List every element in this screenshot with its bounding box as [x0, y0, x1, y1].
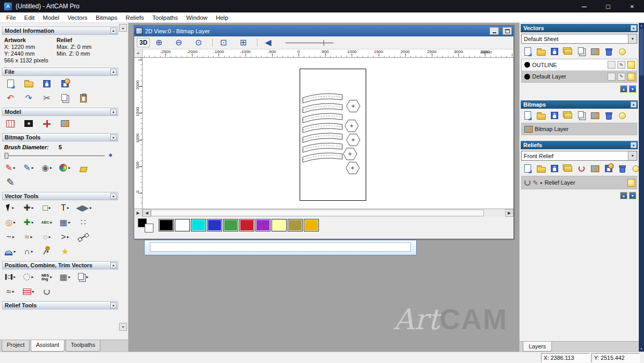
minimize-button[interactable]: ─	[572, 0, 596, 12]
view2d-maximize-button[interactable]	[503, 27, 512, 35]
bitmap-stack-icon[interactable]	[562, 110, 574, 121]
flyout-arrow-icon[interactable]: ▸	[14, 275, 16, 279]
close-button[interactable]: ×	[620, 0, 644, 12]
flyout-arrow-icon[interactable]: ▸	[49, 205, 51, 210]
palette-swatch[interactable]	[304, 219, 319, 231]
dropdown-arrow-icon[interactable]	[628, 151, 637, 160]
draw-pencil-icon[interactable]: ✎	[3, 176, 18, 189]
transform-vectors-icon[interactable]: ✚▸	[21, 201, 36, 215]
flyout-arrow-icon[interactable]: ▸	[14, 165, 16, 170]
merge-layers-icon[interactable]	[589, 46, 601, 57]
export-model-icon[interactable]	[58, 77, 72, 90]
save-vector-layer-icon[interactable]	[548, 46, 561, 57]
mesh-tool-icon[interactable]: ▦▸	[58, 216, 72, 229]
flyout-arrow-icon[interactable]: ▸	[67, 235, 69, 239]
background-window[interactable]	[144, 240, 417, 255]
flyout-arrow-icon[interactable]: ▸	[32, 220, 34, 225]
layer-visibility-icon[interactable]	[627, 73, 635, 81]
nesting-icon[interactable]: NES ting▸	[40, 270, 54, 284]
layer-merge-icon[interactable]	[608, 61, 615, 69]
tab-project[interactable]: Project	[2, 340, 30, 352]
move-layer-down-icon[interactable]	[629, 85, 636, 93]
section-position-combine-trim[interactable]: Position, Combine, Trim Vectors	[2, 261, 118, 269]
scrollbar-thumb[interactable]	[151, 210, 484, 216]
flyout-arrow-icon[interactable]: ▸	[50, 165, 52, 170]
section-file[interactable]: File	[2, 68, 118, 76]
bitmaps-header[interactable]: Bitmaps	[521, 100, 638, 109]
brush-diameter-slider[interactable]	[4, 152, 113, 160]
redo-icon[interactable]: ↷	[21, 92, 36, 105]
collapse-section-icon[interactable]	[110, 262, 117, 268]
layer-edit-icon[interactable]	[617, 73, 625, 81]
open-relief-icon[interactable]	[535, 163, 547, 174]
palette-swatch[interactable]	[207, 219, 222, 231]
merge-relief-icon[interactable]	[589, 163, 601, 174]
mirror-tool-icon[interactable]: ◀▶▸	[76, 201, 92, 215]
flyout-arrow-icon[interactable]: ▸	[14, 249, 16, 254]
reliefs-header[interactable]: Reliefs	[521, 141, 638, 149]
save-relief-icon[interactable]	[548, 163, 561, 174]
collapse-section-icon[interactable]	[110, 28, 117, 34]
undo-icon[interactable]: ↶	[3, 92, 18, 105]
flyout-arrow-icon[interactable]: ▸	[32, 289, 34, 294]
greyscale-image-icon[interactable]	[58, 117, 72, 131]
menu-edit[interactable]: Edit	[20, 14, 39, 22]
section-model-information[interactable]: Model Information	[2, 27, 118, 35]
model-lighting-icon[interactable]	[21, 117, 36, 131]
flyout-arrow-icon[interactable]: ▸	[12, 205, 14, 210]
open-vector-layer-icon[interactable]	[535, 46, 547, 57]
move-layer-up-icon[interactable]	[620, 85, 627, 93]
new-bitmap-layer-icon[interactable]	[521, 110, 534, 121]
scroll-up-icon[interactable]	[119, 24, 127, 32]
dome-tool-icon[interactable]: ▸	[3, 245, 18, 258]
collapse-section-icon[interactable]	[110, 134, 117, 140]
vectors-header[interactable]: Vectors	[521, 24, 638, 32]
flyout-arrow-icon[interactable]: ▸	[31, 275, 33, 279]
flood-fill-icon[interactable]	[76, 161, 91, 175]
menu-reliefs[interactable]: Reliefs	[122, 14, 148, 22]
flyout-arrow-icon[interactable]: ▸	[49, 235, 51, 239]
dropdown-arrow-icon[interactable]	[628, 34, 637, 43]
flyout-arrow-icon[interactable]: ▸	[12, 235, 15, 239]
flyout-arrow-icon[interactable]: ▸	[69, 220, 71, 225]
paste-icon[interactable]	[76, 92, 91, 105]
star-tool-icon[interactable]: ★	[58, 245, 72, 258]
node-edit-icon[interactable]	[76, 230, 91, 244]
text-on-curve-icon[interactable]: ABC▸	[40, 216, 54, 229]
menu-toolpaths[interactable]: Toolpaths	[148, 14, 182, 22]
move-layer-down-icon[interactable]	[629, 192, 636, 199]
weld-vectors-icon[interactable]: ≈▸	[3, 285, 18, 299]
scrollbar-thumb[interactable]	[639, 29, 643, 75]
palette-swatch[interactable]	[288, 219, 303, 231]
open-bitmap-icon[interactable]	[535, 110, 547, 121]
measure-tool-icon[interactable]: ▸	[40, 245, 54, 258]
left-panel-scrollbar[interactable]	[119, 24, 127, 331]
section-vector-tools[interactable]: Vector Tools	[2, 192, 118, 200]
delete-relief-layer-icon[interactable]	[616, 163, 628, 174]
view2d-minimize-button[interactable]	[490, 27, 499, 35]
collapse-section-icon[interactable]	[110, 69, 117, 75]
colour-palette-icon[interactable]: ▸	[58, 161, 72, 175]
vector-layer-row[interactable]: OUTLINE	[522, 59, 637, 71]
point-cloud-icon[interactable]: ∷	[76, 216, 91, 229]
colour-picker-icon[interactable]: ◉▸	[40, 161, 54, 175]
toggle-all-visibility-icon[interactable]	[616, 46, 628, 57]
palette-swatch[interactable]	[239, 219, 254, 231]
zoom-in-icon[interactable]: ⊕	[151, 36, 166, 49]
menu-file[interactable]: File	[2, 14, 20, 22]
ruler-origin-button[interactable]	[134, 49, 143, 58]
paint-icon[interactable]: ✎▸	[3, 161, 18, 175]
toggle-bitmap-visibility-icon[interactable]	[616, 110, 628, 121]
layer-visibility-icon[interactable]	[627, 179, 635, 187]
collapse-section-icon[interactable]	[110, 193, 117, 199]
relief-stack-icon[interactable]	[562, 163, 574, 174]
slider-thumb[interactable]	[5, 153, 8, 159]
vector-texture-icon[interactable]: ▸	[21, 285, 36, 299]
align-vectors-icon[interactable]: ▸	[3, 270, 18, 284]
move-layer-up-icon[interactable]	[620, 192, 627, 199]
delete-layer-icon[interactable]	[602, 46, 615, 57]
zoom-100-icon[interactable]: ⊙	[191, 36, 205, 49]
tab-layers[interactable]: Layers	[523, 342, 552, 352]
tab-toolpaths[interactable]: Toolpaths	[66, 340, 100, 352]
draw-icon[interactable]: ✎▸	[21, 161, 36, 175]
